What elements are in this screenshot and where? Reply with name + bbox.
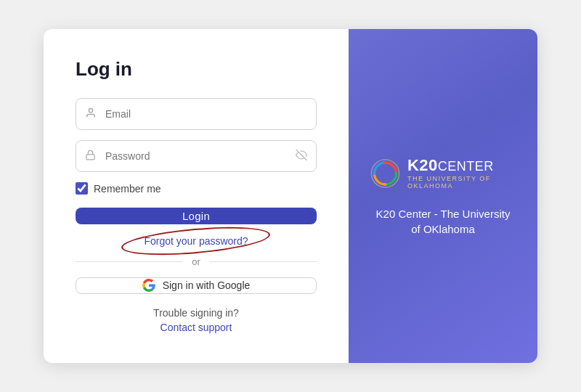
svg-rect-1 [86, 155, 94, 160]
remember-checkbox[interactable] [76, 182, 88, 195]
page-title: Log in [76, 58, 317, 81]
svg-point-6 [383, 183, 386, 186]
lock-icon [85, 150, 96, 163]
k20-k20-text: K20 [407, 156, 438, 174]
password-group [76, 140, 317, 172]
svg-point-4 [383, 161, 386, 164]
left-panel: Log in [44, 29, 349, 363]
k20-university-subtitle: THE UNIVERSITY OF OKLAHOMA [407, 175, 516, 189]
right-panel: K20CENTER THE UNIVERSITY OF OKLAHOMA K20… [349, 29, 537, 363]
remember-row: Remember me [76, 182, 317, 195]
k20-text-group: K20CENTER THE UNIVERSITY OF OKLAHOMA [407, 158, 516, 189]
login-card: Log in [44, 29, 537, 363]
google-signin-button[interactable]: Sign in with Google [76, 277, 317, 294]
password-input[interactable] [76, 140, 317, 172]
k20-logo-area: K20CENTER THE UNIVERSITY OF OKLAHOMA [370, 155, 516, 192]
contact-support-link[interactable]: Contact support [161, 322, 232, 333]
forgot-password-link[interactable]: Forgot your password? [144, 235, 248, 247]
remember-label[interactable]: Remember me [94, 183, 161, 195]
divider-text: or [192, 256, 200, 267]
k20-center-text: CENTER [438, 159, 494, 173]
trouble-section: Trouble signing in? Contact support [76, 307, 317, 334]
divider: or [76, 256, 317, 267]
toggle-password-icon[interactable] [296, 150, 307, 163]
forgot-wrapper: Forgot your password? [76, 234, 317, 248]
divider-line-right [209, 261, 317, 262]
k20-logo-title: K20CENTER [407, 158, 516, 173]
svg-point-0 [89, 109, 92, 113]
k20-description: K20 Center - The University of OKlahoma [370, 206, 516, 237]
k20-circle-icon [370, 155, 400, 192]
svg-point-5 [394, 172, 397, 175]
login-button[interactable]: Login [76, 208, 317, 224]
forgot-annotation: Forgot your password? [144, 234, 248, 248]
email-group [76, 98, 317, 130]
trouble-text: Trouble signing in? [76, 307, 317, 319]
user-icon [85, 107, 97, 121]
google-logo-icon [142, 279, 155, 292]
svg-point-7 [373, 172, 375, 175]
divider-line-left [76, 261, 183, 262]
email-input[interactable] [76, 98, 317, 130]
google-button-label: Sign in with Google [163, 279, 251, 291]
